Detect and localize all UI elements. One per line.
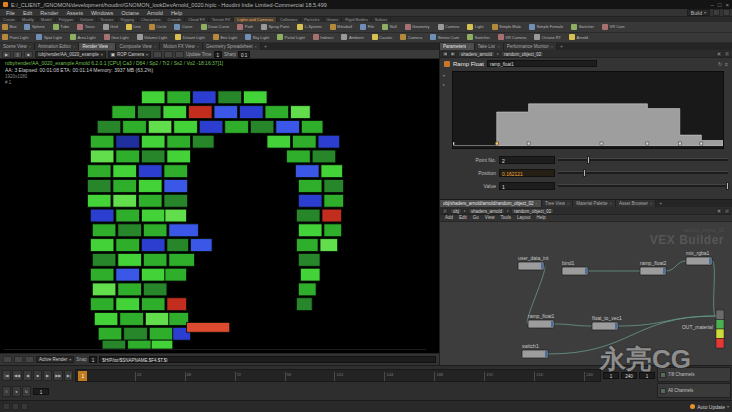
node-switch1[interactable]: switch1: [522, 343, 548, 358]
node-ramp-float2[interactable]: ramp_float2: [640, 260, 667, 275]
range-start-field[interactable]: 1: [603, 372, 619, 379]
stop-render-button[interactable]: ■: [24, 51, 33, 58]
menu-file[interactable]: File: [2, 9, 19, 17]
shelf-tool-line[interactable]: Line: [126, 24, 141, 30]
transport-button-6[interactable]: ▶|: [64, 370, 73, 381]
network-menu-add[interactable]: Add: [442, 214, 456, 222]
refresh-icon[interactable]: ↻: [718, 61, 722, 67]
node-user-data-int[interactable]: user_data_int: [518, 255, 549, 270]
update-time-field[interactable]: 1: [214, 51, 223, 58]
node-mix-rgba1[interactable]: mix_rgba1: [686, 250, 712, 265]
close-tab-icon[interactable]: ×: [567, 201, 569, 206]
menu-arnold[interactable]: Arnold: [143, 9, 167, 17]
pane-tab-obj-shaders-arnold-arnold-random-object-02[interactable]: obj/shaders_arnold/arnold/random_object_…: [440, 200, 542, 207]
transport-button-5[interactable]: ▶▶: [53, 370, 63, 381]
snap-field[interactable]: 1: [89, 356, 98, 363]
shelf-tool-vr-camera[interactable]: VR Camera: [498, 34, 526, 40]
new-tab-button[interactable]: +: [557, 43, 566, 50]
shelf-tool-path[interactable]: Path: [237, 24, 253, 30]
playbar-toggle-0[interactable]: ≡: [2, 386, 11, 397]
node-ramp-float1[interactable]: ramp_float1: [528, 313, 555, 328]
transport-button-3[interactable]: ■: [33, 370, 42, 381]
shelf-tool-switcher[interactable]: Switcher: [571, 24, 594, 30]
shelf-tool-caustic[interactable]: Caustic: [372, 34, 393, 40]
back-icon[interactable]: ◀: [442, 51, 448, 57]
scoped-channels-button[interactable]: 7/8 Channels: [657, 367, 731, 382]
pane-tab-asset-browser[interactable]: Asset Browser×: [616, 200, 656, 207]
menu-render[interactable]: Render: [36, 9, 62, 17]
shelf-tool-arnold[interactable]: Arnold: [569, 34, 588, 40]
ramp-point-handle[interactable]: [527, 142, 530, 145]
new-tab-button[interactable]: +: [656, 200, 665, 207]
render-region-toggle[interactable]: [153, 51, 162, 58]
close-button[interactable]: ×: [725, 2, 729, 8]
desktop-selector[interactable]: Build ▾: [687, 9, 710, 16]
preview-toggle[interactable]: [175, 51, 184, 58]
transport-button-0[interactable]: |◀: [2, 370, 11, 381]
shelf-tool-vr-cam[interactable]: VR Cam: [602, 24, 625, 30]
param-value-field[interactable]: 2: [499, 156, 555, 164]
param-slider[interactable]: [558, 184, 728, 187]
close-tab-icon[interactable]: ×: [551, 44, 553, 49]
shelf-tool-sphere[interactable]: Sphere: [24, 24, 44, 30]
help-icon[interactable]: [12, 403, 19, 410]
display-mode-button-1[interactable]: [3, 356, 12, 363]
chevron-down-icon[interactable]: ▾: [727, 404, 729, 409]
pane-tab-parameters[interactable]: Parameters×: [440, 43, 475, 50]
ramp-point-handle[interactable]: [678, 142, 681, 145]
network-menu-help[interactable]: Help: [534, 214, 549, 222]
snapshot-toggle[interactable]: [164, 51, 173, 58]
close-tab-icon[interactable]: ×: [536, 201, 538, 206]
pause-render-button[interactable]: ||: [13, 51, 22, 58]
sharp-field[interactable]: 0.1: [238, 51, 250, 58]
pin-icon[interactable]: ●: [716, 51, 722, 57]
pane-tab-tree-view[interactable]: Tree View×: [542, 200, 573, 207]
pane-tab-take-list[interactable]: Take List×: [475, 43, 504, 50]
shelf-tool-file[interactable]: File: [360, 24, 374, 30]
range-end-field[interactable]: 240: [621, 372, 637, 379]
shelf-tool-curve[interactable]: Curve: [174, 24, 192, 30]
forward-icon[interactable]: ▶: [450, 51, 456, 57]
shelf-tool-portal-light[interactable]: Portal Light: [277, 34, 305, 40]
shelf-tool-draw-curve[interactable]: Draw Curve: [201, 24, 230, 30]
shelf-tool-stereo-cam[interactable]: Stereo Cam: [430, 34, 459, 40]
display-flag[interactable]: [615, 323, 617, 329]
frame-field[interactable]: 1: [33, 388, 49, 395]
camera-selector[interactable]: ▣ ROP Camera ▾: [108, 51, 151, 58]
ramp-curve[interactable]: [453, 72, 723, 146]
transport-button-4[interactable]: ▶: [43, 370, 52, 381]
menu-icon[interactable]: ≡: [724, 51, 730, 57]
breadcrumb-obj[interactable]: obj: [450, 208, 462, 214]
menubar-tool-icon-1[interactable]: [713, 9, 720, 16]
render-viewport[interactable]: roby/render/AA_0020_example Arnold 6.2.0…: [0, 59, 439, 353]
shelf-tool-tube[interactable]: Tube: [53, 24, 69, 30]
all-channels-button[interactable]: All Channels: [657, 383, 731, 398]
memory-icon[interactable]: [21, 403, 28, 410]
playhead[interactable]: 1: [78, 371, 87, 381]
network-editor[interactable]: random_object_02 VEX Builder user_data_i…: [440, 222, 732, 365]
pane-tab-composite-view[interactable]: Composite View×: [116, 43, 160, 50]
pane-tab-motion-fx-view[interactable]: Motion FX View×: [160, 43, 203, 50]
shelf-tool-octane-rt[interactable]: Octane RT: [534, 34, 561, 40]
breadcrumb-shaders-arnold[interactable]: shaders_arnold: [468, 208, 505, 214]
playbar-toggle-2[interactable]: ↻: [22, 386, 31, 397]
playbar-toggle-1[interactable]: ●: [12, 386, 21, 397]
shelf-tool-camera[interactable]: Camera: [438, 24, 460, 30]
shelf-tool-metaball[interactable]: Metaball: [330, 24, 353, 30]
render-button[interactable]: ▶: [2, 51, 11, 58]
shelf-tool-area-light[interactable]: Area Light: [70, 34, 96, 40]
pane-tab-render-view[interactable]: Render View×: [79, 43, 116, 50]
shelf-tool-switcher[interactable]: Switcher: [467, 34, 490, 40]
close-tab-icon[interactable]: ×: [497, 44, 499, 49]
close-tab-icon[interactable]: ×: [610, 201, 612, 206]
timeline-ruler[interactable]: 24487296120144168192216240 1: [75, 369, 601, 382]
shelf-tool-ambient[interactable]: Ambient: [341, 34, 363, 40]
new-tab-button[interactable]: +: [261, 43, 270, 50]
display-flag[interactable]: [551, 321, 553, 327]
shelf-tool-grid[interactable]: Grid: [103, 24, 118, 30]
shelf-tool-env-light[interactable]: Env Light: [213, 34, 237, 40]
shelf-tool-geometry[interactable]: Geometry: [405, 24, 430, 30]
shelf-tool-indirect[interactable]: Indirect: [313, 34, 334, 40]
shelf-tool-volume-light[interactable]: Volume Light: [137, 34, 168, 40]
snapshot-path-field[interactable]: $HIP/ipr/$SNAPNAME.$F4.$T.$I: [99, 356, 436, 363]
